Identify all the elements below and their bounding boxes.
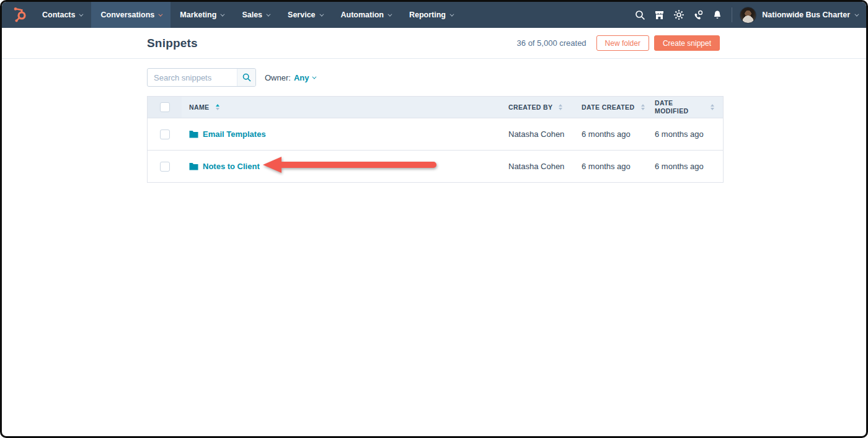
snippets-table: NAME CREATED BY DATE CREATED <box>147 96 724 183</box>
row-checkbox[interactable] <box>160 129 170 139</box>
search-icon[interactable] <box>631 2 650 28</box>
table-header-row: NAME CREATED BY DATE CREATED <box>148 97 723 118</box>
sort-by-date-modified[interactable]: DATE MODIFIED <box>655 99 693 115</box>
select-all-checkbox[interactable] <box>160 102 170 112</box>
sort-by-created-by[interactable]: CREATED BY <box>508 103 562 111</box>
marketplace-icon[interactable] <box>650 2 669 28</box>
column-header-created-by: CREATED BY <box>508 103 582 111</box>
chevron-down-icon <box>221 12 225 16</box>
folder-icon <box>189 162 198 170</box>
date-modified-cell: 6 months ago <box>655 129 723 139</box>
account-name: Nationwide Bus Charter <box>762 11 850 19</box>
table-row: Email Templates Natasha Cohen 6 months a… <box>148 118 723 150</box>
new-folder-button[interactable]: New folder <box>596 35 649 51</box>
snippet-count: 36 of 5,000 created <box>517 38 587 48</box>
app-window: Contacts Conversations Marketing Sales S… <box>0 0 868 438</box>
nav-marketing[interactable]: Marketing <box>170 2 232 28</box>
header-checkbox-cell <box>148 97 182 118</box>
chevron-down-icon <box>159 12 163 16</box>
nav-conversations[interactable]: Conversations <box>91 2 170 28</box>
folder-link[interactable]: Email Templates <box>203 129 266 139</box>
chevron-down-icon <box>79 12 84 16</box>
nav-reporting[interactable]: Reporting <box>400 2 462 28</box>
folder-link[interactable]: Notes to Client <box>203 162 260 171</box>
nav-service[interactable]: Service <box>278 2 331 28</box>
header-actions: 36 of 5,000 created New folder Create sn… <box>517 35 720 51</box>
calls-phone-icon[interactable] <box>688 2 707 28</box>
nav-divider <box>732 7 732 22</box>
page-title: Snippets <box>147 37 198 50</box>
main-menu: Contacts Conversations Marketing Sales S… <box>33 2 462 28</box>
nav-sales[interactable]: Sales <box>232 2 278 28</box>
date-created-cell: 6 months ago <box>582 162 655 171</box>
search-box <box>147 68 256 87</box>
chevron-down-icon <box>854 12 859 16</box>
column-header-date-modified: DATE MODIFIED <box>655 99 723 115</box>
create-snippet-button[interactable]: Create snippet <box>654 35 720 51</box>
nav-contacts[interactable]: Contacts <box>33 2 91 28</box>
sort-arrows-icon <box>641 104 645 110</box>
owner-filter: Owner: Any <box>265 73 315 82</box>
nav-utilities: Nationwide Bus Charter <box>631 2 866 28</box>
date-created-cell: 6 months ago <box>582 129 655 139</box>
chevron-down-icon <box>388 12 392 16</box>
notifications-bell-icon[interactable] <box>707 2 727 28</box>
filter-row: Owner: Any <box>147 68 724 87</box>
sort-by-name[interactable]: NAME <box>189 103 219 111</box>
sort-arrows-icon <box>559 104 562 110</box>
settings-gear-icon[interactable] <box>669 2 688 28</box>
owner-filter-label: Owner: <box>265 73 291 82</box>
user-avatar[interactable] <box>740 7 756 24</box>
page-header: Snippets 36 of 5,000 created New folder … <box>2 28 866 59</box>
column-header-name: NAME <box>182 103 508 111</box>
main-content: Owner: Any NAME <box>2 59 724 183</box>
column-header-date-created: DATE CREATED <box>582 103 655 111</box>
hubspot-logo-icon[interactable] <box>7 2 33 28</box>
account-menu[interactable]: Nationwide Bus Charter <box>762 11 857 19</box>
sort-arrows-icon <box>216 104 219 110</box>
chevron-down-icon <box>312 74 317 79</box>
sort-arrows-icon <box>711 104 714 110</box>
nav-automation[interactable]: Automation <box>332 2 400 28</box>
chevron-down-icon <box>266 12 270 16</box>
search-submit-icon[interactable] <box>237 69 255 86</box>
table-row: Notes to Client Natasha Cohen 6 months a… <box>148 150 723 182</box>
sort-by-date-created[interactable]: DATE CREATED <box>582 103 645 111</box>
folder-icon <box>189 130 198 138</box>
row-checkbox[interactable] <box>160 162 170 172</box>
chevron-down-icon <box>319 12 324 16</box>
chevron-down-icon <box>450 12 454 16</box>
owner-filter-dropdown[interactable]: Any <box>294 73 316 82</box>
date-modified-cell: 6 months ago <box>655 162 723 171</box>
top-navigation: Contacts Conversations Marketing Sales S… <box>2 2 866 28</box>
created-by-cell: Natasha Cohen <box>508 129 582 139</box>
created-by-cell: Natasha Cohen <box>508 162 582 171</box>
